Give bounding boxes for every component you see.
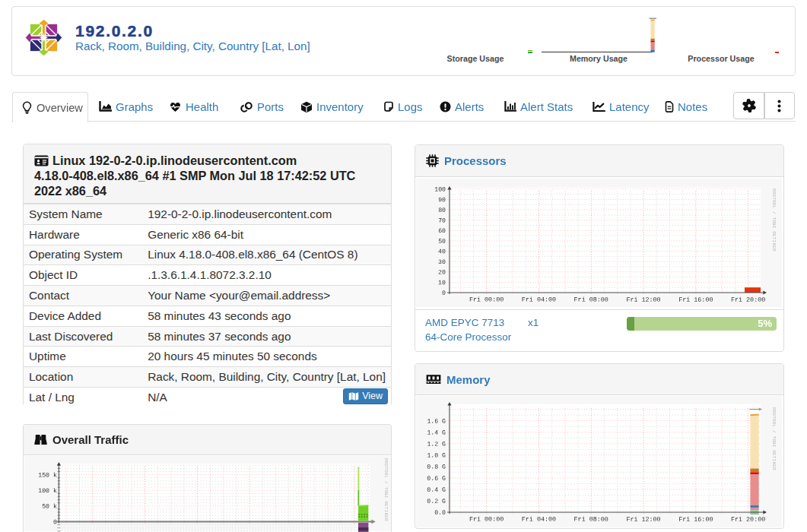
- svg-text:Fri 04:00: Fri 04:00: [522, 296, 556, 304]
- svg-text:Fri 08:00: Fri 08:00: [574, 516, 608, 524]
- svg-text:Fri 00:00: Fri 00:00: [469, 296, 504, 304]
- svg-text:RRDTOOL / TOBI OETIKER: RRDTOOL / TOBI OETIKER: [771, 188, 777, 252]
- svg-text:1.0 G: 1.0 G: [427, 452, 446, 459]
- svg-text:0.6 G: 0.6 G: [427, 475, 446, 482]
- svg-text:1.6 G: 1.6 G: [427, 418, 446, 425]
- svg-text:150 k: 150 k: [38, 471, 57, 478]
- svg-text:RRDTOOL / TOBI OETIKER: RRDTOOL / TOBI OETIKER: [771, 407, 777, 470]
- svg-text:0.0: 0.0: [434, 509, 446, 516]
- svg-text:70: 70: [438, 217, 446, 224]
- svg-text:0.4 G: 0.4 G: [427, 486, 446, 493]
- svg-text:60: 60: [438, 227, 446, 234]
- svg-text:0.8 G: 0.8 G: [427, 464, 446, 470]
- svg-text:Fri 12:00: Fri 12:00: [626, 296, 660, 304]
- svg-text:0: 0: [53, 518, 57, 525]
- svg-text:30: 30: [438, 258, 446, 265]
- svg-text:50: 50: [438, 238, 446, 245]
- svg-text:RRDTOOL / TOBI OETIKER: RRDTOOL / TOBI OETIKER: [383, 458, 389, 521]
- svg-text:90: 90: [438, 196, 446, 203]
- svg-text:10: 10: [438, 279, 446, 286]
- svg-text:50 k: 50 k: [42, 503, 57, 510]
- svg-text:0: 0: [442, 290, 446, 296]
- svg-text:1.2 G: 1.2 G: [427, 441, 446, 448]
- svg-text:Fri 04:00: Fri 04:00: [522, 516, 556, 524]
- svg-text:40: 40: [438, 248, 446, 255]
- svg-text:100: 100: [434, 186, 446, 193]
- svg-text:1.4 G: 1.4 G: [427, 429, 446, 436]
- svg-text:Fri 20:00: Fri 20:00: [731, 296, 765, 304]
- svg-text:80: 80: [438, 207, 446, 214]
- svg-text:Fri 00:00: Fri 00:00: [469, 516, 504, 524]
- svg-text:0.2 G: 0.2 G: [427, 498, 446, 505]
- svg-text:Fri 12:00: Fri 12:00: [626, 516, 660, 524]
- svg-text:Fri 08:00: Fri 08:00: [574, 296, 608, 304]
- svg-text:Fri 16:00: Fri 16:00: [678, 296, 713, 304]
- svg-text:Fri 16:00: Fri 16:00: [678, 516, 713, 524]
- svg-text:20: 20: [438, 269, 446, 276]
- svg-text:100 k: 100 k: [38, 487, 57, 494]
- svg-text:Fri 20:00: Fri 20:00: [731, 516, 765, 524]
